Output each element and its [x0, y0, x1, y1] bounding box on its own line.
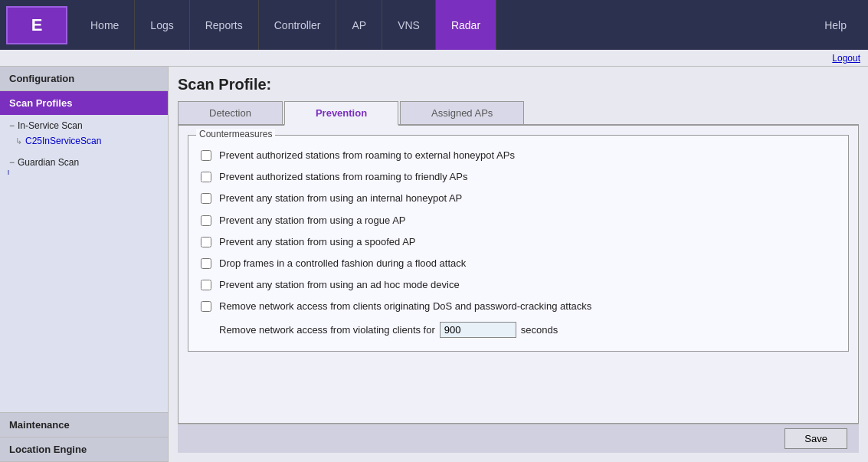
checkbox-row-5: Drop frames in a controlled fashion duri…: [201, 253, 836, 274]
sidebar-configuration-header: Configuration: [0, 67, 168, 91]
top-navigation: E Home Logs Reports Controller AP VNS Ra…: [0, 0, 868, 50]
expand-icon: −: [9, 157, 15, 168]
save-button[interactable]: Save: [784, 428, 847, 449]
checkbox-label-7: Remove network access from clients origi…: [219, 300, 591, 313]
c25-label: C25InServiceScan: [25, 136, 101, 146]
checkbox-label-4: Prevent any station from using a spoofed…: [219, 235, 416, 249]
checkbox-5[interactable]: [201, 258, 211, 269]
sidebar-bottom: Maintenance Location Engine: [0, 412, 168, 462]
sidebar-maintenance: Maintenance: [0, 413, 168, 437]
nav-reports[interactable]: Reports: [190, 0, 259, 50]
checkbox-label-6: Prevent any station from using an ad hoc…: [219, 278, 460, 292]
footer-bar: Save: [178, 424, 859, 453]
checkbox-label-3: Prevent any station from using a rogue A…: [219, 214, 406, 228]
content-area: Scan Profile: Detection Prevention Assig…: [169, 67, 868, 462]
collapse-icon: −: [9, 120, 15, 131]
seconds-input[interactable]: [440, 322, 516, 338]
checkbox-label-2: Prevent any station from using an intern…: [219, 192, 462, 205]
checkbox-3[interactable]: [201, 215, 211, 226]
seconds-prefix: Remove network access from violating cli…: [219, 324, 435, 336]
checkbox-2[interactable]: [201, 193, 211, 204]
sidebar-tree-guardian[interactable]: − Guardian Scan: [0, 155, 168, 170]
main-layout: Configuration Scan Profiles − In-Service…: [0, 67, 868, 462]
sidebar-scan-profiles[interactable]: Scan Profiles: [0, 91, 168, 115]
logo-icon: E: [31, 15, 43, 35]
guardian-scan-label: Guardian Scan: [18, 157, 79, 168]
countermeasures-legend: Countermeasures: [196, 129, 275, 139]
checkbox-0[interactable]: [201, 150, 211, 161]
nav-logs[interactable]: Logs: [135, 0, 189, 50]
nav-ap[interactable]: AP: [336, 0, 382, 50]
sidebar-tree-in-service[interactable]: − In-Service Scan: [0, 118, 168, 133]
tab-content-prevention: Countermeasures Prevent authorized stati…: [178, 126, 859, 424]
in-service-scan-label: In-Service Scan: [18, 120, 83, 131]
checkbox-row-0: Prevent authorized stations from roaming…: [201, 145, 836, 166]
app-logo: E: [6, 6, 67, 44]
seconds-row: Remove network access from violating cli…: [201, 318, 836, 342]
sidebar: Configuration Scan Profiles − In-Service…: [0, 67, 169, 462]
checkbox-4[interactable]: [201, 237, 211, 247]
checkbox-row-3: Prevent any station from using a rogue A…: [201, 210, 836, 231]
logout-bar: Logout: [0, 50, 868, 67]
checkbox-label-1: Prevent authorized stations from roaming…: [219, 170, 467, 184]
checkbox-row-4: Prevent any station from using a spoofed…: [201, 231, 836, 253]
sidebar-tree: − In-Service Scan ↳ C25InServiceScan − G…: [0, 115, 168, 412]
checkbox-7[interactable]: [201, 301, 211, 312]
checkbox-row-1: Prevent authorized stations from roaming…: [201, 166, 836, 188]
nav-items: Home Logs Reports Controller AP VNS Rada…: [75, 0, 862, 50]
seconds-suffix: seconds: [521, 324, 558, 336]
page-title: Scan Profile:: [178, 76, 859, 93]
nav-controller[interactable]: Controller: [259, 0, 337, 50]
tree-connector-icon: ↳: [15, 136, 22, 146]
tab-prevention[interactable]: Prevention: [284, 101, 398, 126]
sidebar-tree-c25[interactable]: ↳ C25InServiceScan: [0, 133, 168, 149]
nav-help[interactable]: Help: [809, 0, 862, 50]
nav-radar[interactable]: Radar: [436, 0, 496, 50]
countermeasures-group: Countermeasures Prevent authorized stati…: [188, 135, 849, 352]
checkbox-row-6: Prevent any station from using an ad hoc…: [201, 274, 836, 296]
checkbox-1[interactable]: [201, 172, 211, 182]
tab-detection[interactable]: Detection: [178, 101, 283, 124]
sidebar-location-engine: Location Engine: [0, 437, 168, 462]
checkbox-label-0: Prevent authorized stations from roaming…: [219, 149, 515, 162]
checkbox-label-5: Drop frames in a controlled fashion duri…: [219, 257, 466, 270]
checkbox-row-2: Prevent any station from using an intern…: [201, 188, 836, 209]
nav-vns[interactable]: VNS: [382, 0, 436, 50]
logout-link[interactable]: Logout: [832, 53, 860, 64]
checkbox-row-7: Remove network access from clients origi…: [201, 296, 836, 317]
tab-bar: Detection Prevention Assigned APs: [178, 101, 859, 126]
tab-assigned-aps[interactable]: Assigned APs: [400, 101, 524, 124]
checkbox-6[interactable]: [201, 280, 211, 290]
nav-home[interactable]: Home: [75, 0, 135, 50]
